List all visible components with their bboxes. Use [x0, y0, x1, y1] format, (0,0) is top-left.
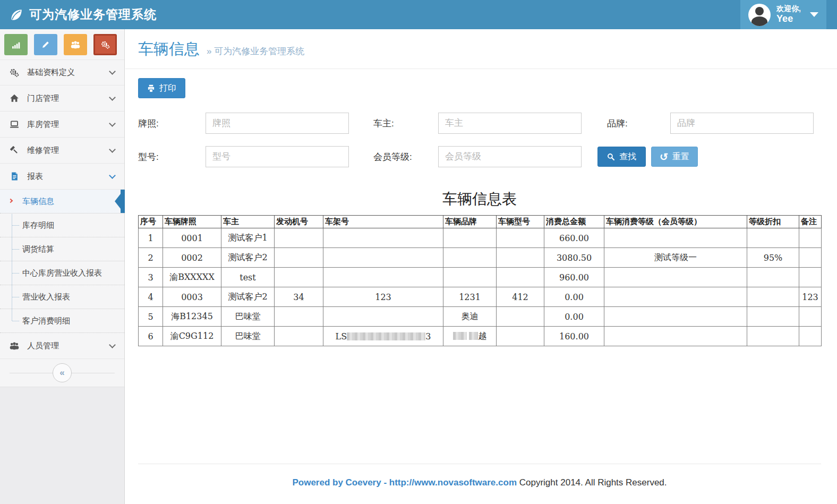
- gears-icon: [8, 68, 20, 78]
- table-row: 10001测试客户1660.00: [139, 228, 822, 248]
- table-cell: [443, 268, 497, 287]
- table-cell: [799, 228, 822, 248]
- gears-button[interactable]: [93, 34, 117, 55]
- sidebar: 基础资料定义 门店管理 库房管理 维修管理: [0, 29, 125, 504]
- report-section: 车辆信息表 序号车辆牌照车主发动机号车架号车辆品牌车辆型号消费总金额车辆消费等级…: [125, 182, 837, 346]
- table-row: 40003测试客户23412312314120.00123: [139, 287, 822, 307]
- top-bar: 可为汽修业务管理系统 欢迎你, Yee: [0, 0, 837, 29]
- column-header: 等级折扣: [747, 216, 799, 228]
- table-cell: 渝C9G112: [163, 327, 221, 346]
- column-header: 车架号: [323, 216, 443, 228]
- model-input[interactable]: [206, 146, 349, 167]
- table-cell: 3080.50: [544, 248, 604, 268]
- file-icon: [8, 172, 20, 181]
- reset-label: 重置: [672, 151, 689, 163]
- submenu-item-central-warehouse-revenue[interactable]: 中心库房营业收入报表: [0, 261, 124, 285]
- print-button[interactable]: 打印: [138, 78, 185, 98]
- table-cell: 3: [139, 268, 163, 287]
- owner-input[interactable]: [438, 113, 582, 134]
- search-label: 查找: [619, 151, 636, 163]
- sidebar-item-label: 库房管理: [27, 119, 59, 130]
- submenu-item-customer-consumption[interactable]: 客户消费明细: [0, 309, 124, 333]
- table-cell: [497, 248, 544, 268]
- table-cell: 1: [139, 228, 163, 248]
- table-row: 3渝BXXXXXtest960.00: [139, 268, 822, 287]
- chevron-down-icon: [109, 68, 116, 75]
- brand-label: 品牌:: [607, 117, 670, 130]
- submenu-item-inventory-detail[interactable]: 库存明细: [0, 213, 124, 237]
- page-title: 车辆信息: [138, 39, 200, 60]
- sidebar-collapse-button[interactable]: «: [53, 363, 72, 382]
- table-cell: 测试客户2: [221, 248, 275, 268]
- column-header: 车辆型号: [497, 216, 544, 228]
- table-cell: [275, 327, 323, 346]
- redacted-blur: [453, 332, 467, 340]
- submenu-item-vehicle-info[interactable]: 车辆信息: [0, 190, 124, 213]
- sidebar-item-store-mgmt[interactable]: 门店管理: [0, 86, 124, 112]
- sidebar-item-warehouse-mgmt[interactable]: 库房管理: [0, 112, 124, 138]
- table-cell: 测试客户1: [221, 228, 275, 248]
- welcome-text: 欢迎你, Yee: [776, 4, 801, 24]
- table-cell: 0003: [163, 287, 221, 307]
- reset-button[interactable]: ↺ 重置: [651, 147, 698, 167]
- table-cell: test: [221, 268, 275, 287]
- breadcrumb: » 可为汽修业务管理系统: [207, 45, 304, 57]
- sidebar-menu: 基础资料定义 门店管理 库房管理 维修管理: [0, 59, 124, 190]
- table-cell: 巴味堂: [221, 327, 275, 346]
- table-cell: 0002: [163, 248, 221, 268]
- chevron-down-icon: [109, 94, 116, 101]
- sidebar-item-reports[interactable]: 报表: [0, 164, 124, 190]
- search-button[interactable]: 查找: [597, 147, 646, 167]
- avatar: [748, 4, 771, 26]
- user-menu[interactable]: 欢迎你, Yee: [740, 0, 826, 29]
- table-cell: 95%: [747, 248, 799, 268]
- table-cell: [747, 327, 799, 346]
- powered-by-link[interactable]: Powered by Coevery - http://www.novasoft…: [292, 477, 517, 488]
- sidebar-item-label: 报表: [27, 172, 43, 182]
- table-cell: [604, 268, 747, 287]
- main-content: 车辆信息 » 可为汽修业务管理系统 打印 牌照: 车主: 品牌: 型号:: [125, 29, 837, 504]
- submenu-item-label: 库存明细: [22, 220, 54, 230]
- table-cell: [747, 228, 799, 248]
- chevron-down-icon: [109, 172, 116, 179]
- brand-input[interactable]: [670, 113, 814, 134]
- table-cell: [799, 327, 822, 346]
- table-cell: 960.00: [544, 268, 604, 287]
- table-cell: 测试客户2: [221, 287, 275, 307]
- submenu-item-revenue-report[interactable]: 营业收入报表: [0, 285, 124, 309]
- table-cell: 越: [443, 327, 497, 346]
- pencil-button[interactable]: [34, 34, 57, 55]
- column-header: 序号: [139, 216, 163, 228]
- table-cell: 123: [323, 287, 443, 307]
- member-level-input[interactable]: [438, 146, 582, 167]
- users-icon: [70, 41, 81, 49]
- chevron-down-icon: [109, 341, 116, 348]
- table-cell: 160.00: [544, 327, 604, 346]
- bar-chart-icon: [12, 40, 21, 49]
- table-cell: [323, 228, 443, 248]
- table-cell: 奥迪: [443, 307, 497, 327]
- table-cell: 412: [497, 287, 544, 307]
- license-input[interactable]: [206, 113, 349, 134]
- report-title: 车辆信息表: [138, 189, 821, 209]
- chevron-down-icon: [109, 146, 116, 153]
- bar-chart-button[interactable]: [4, 34, 28, 55]
- table-cell: 5: [139, 307, 163, 327]
- sidebar-item-base-data[interactable]: 基础资料定义: [0, 59, 124, 86]
- table-cell: [497, 268, 544, 287]
- page-header: 车辆信息 » 可为汽修业务管理系统: [125, 29, 837, 69]
- table-cell: [747, 307, 799, 327]
- table-cell: 0.00: [544, 287, 604, 307]
- table-cell: 123: [799, 287, 822, 307]
- table-cell: [443, 228, 497, 248]
- table-cell: [747, 287, 799, 307]
- sidebar-item-repair-mgmt[interactable]: 维修管理: [0, 138, 124, 164]
- sidebar-item-personnel-mgmt[interactable]: 人员管理: [0, 333, 124, 359]
- submenu-item-transfer-settlement[interactable]: 调货结算: [0, 237, 124, 261]
- active-item-marker: [121, 190, 125, 213]
- table-cell: [323, 248, 443, 268]
- pencil-icon: [41, 40, 50, 49]
- users-button[interactable]: [64, 34, 87, 55]
- gears-icon: [101, 40, 110, 49]
- breadcrumb-root: 可为汽修业务管理系统: [214, 46, 304, 56]
